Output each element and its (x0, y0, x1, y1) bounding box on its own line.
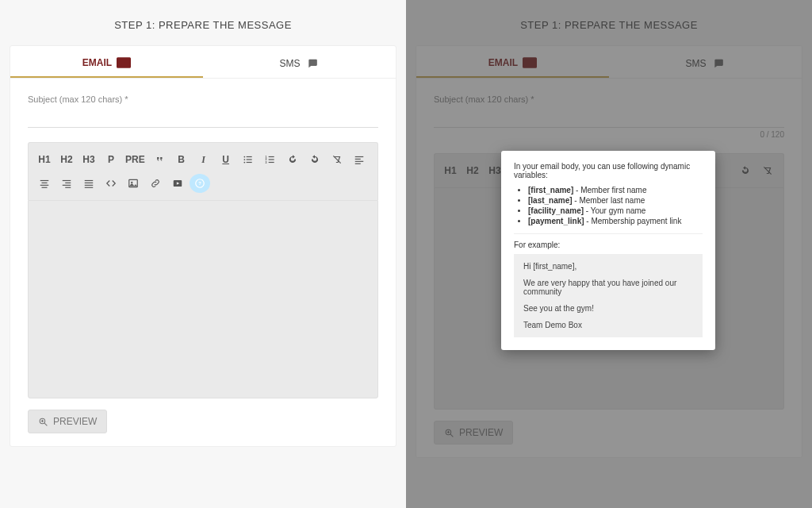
toolbar-undo[interactable] (304, 149, 325, 170)
svg-rect-27 (85, 187, 94, 188)
toolbar-link[interactable] (145, 173, 166, 194)
toolbar-ol[interactable]: 123 (260, 149, 281, 170)
list-ul-icon (243, 154, 254, 165)
var-tag: [last_name] (528, 196, 573, 205)
step-title: STEP 1: PREPARE THE MESSAGE (10, 19, 396, 31)
svg-point-0 (243, 156, 245, 158)
toolbar-code[interactable] (101, 173, 121, 194)
tab-email-label: EMAIL (488, 57, 518, 68)
subject-input[interactable] (434, 109, 784, 128)
toolbar-clear[interactable] (327, 149, 347, 170)
preview-button[interactable]: PREVIEW (28, 410, 107, 433)
align-center-icon (39, 178, 50, 189)
toolbar-italic[interactable]: I (193, 149, 214, 170)
svg-rect-9 (268, 156, 274, 157)
tooltip-var-list: [first_name] - Member first name [last_n… (514, 186, 703, 225)
svg-rect-18 (40, 185, 49, 186)
editor-toolbar: H1 H2 H3 P PRE B I U 123 (28, 142, 378, 200)
var-desc: - Membership payment link (584, 217, 682, 225)
toolbar-h2[interactable]: H2 (462, 160, 483, 181)
svg-rect-11 (268, 162, 274, 163)
example-line: Team Demo Box (523, 321, 693, 329)
step-title: STEP 1: PREPARE THE MESSAGE (416, 19, 802, 31)
toolbar-redo[interactable] (282, 149, 303, 170)
compose-panel-right: STEP 1: PREPARE THE MESSAGE EMAIL SMS Su… (406, 0, 812, 508)
redo-icon (287, 154, 298, 165)
toolbar-h1[interactable]: H1 (34, 149, 55, 170)
svg-line-34 (44, 423, 47, 425)
example-line: Hi [first_name], (523, 262, 693, 271)
svg-rect-23 (65, 187, 71, 188)
toolbar-pre[interactable]: PRE (123, 149, 147, 170)
svg-rect-5 (246, 162, 251, 163)
toolbar-align-justify[interactable] (79, 173, 99, 194)
magnify-icon (38, 417, 48, 427)
svg-rect-13 (354, 159, 360, 160)
svg-point-2 (243, 162, 245, 164)
channel-tabs: EMAIL SMS (416, 46, 802, 79)
quote-icon (154, 154, 165, 165)
subject-label: Subject (max 120 chars) * (28, 94, 378, 104)
toolbar-video[interactable] (167, 173, 188, 194)
svg-rect-14 (354, 161, 363, 162)
svg-line-47 (450, 434, 453, 437)
tab-sms-label: SMS (685, 58, 706, 69)
svg-rect-19 (42, 187, 48, 188)
toolbar-p[interactable]: P (101, 149, 121, 170)
svg-rect-4 (246, 159, 251, 160)
toolbar-h3[interactable]: H3 (79, 149, 99, 170)
svg-rect-12 (354, 156, 363, 157)
svg-rect-24 (85, 180, 94, 181)
tooltip-var-item: [facility_name] - Your gym name (528, 206, 703, 215)
toolbar-align-left[interactable] (349, 149, 370, 170)
editor-content[interactable] (28, 200, 378, 398)
compose-body: Subject (max 120 chars) * H1 H2 H3 P PRE… (10, 79, 396, 446)
help-icon: ? (194, 178, 205, 189)
toolbar-align-center[interactable] (34, 173, 55, 194)
chat-icon (711, 58, 726, 69)
toolbar-h1[interactable]: H1 (440, 160, 461, 181)
align-left-icon (354, 154, 365, 165)
var-desc: - Member first name (573, 186, 646, 194)
clear-format-icon (331, 154, 343, 165)
svg-point-29 (131, 182, 132, 183)
toolbar-quote[interactable] (149, 149, 170, 170)
compose-card: EMAIL SMS Subject (max 120 chars) * H1 H… (10, 45, 396, 447)
variables-tooltip: In your email body, you can use followin… (501, 151, 715, 350)
toolbar-help[interactable]: ? (190, 174, 210, 193)
tab-email[interactable]: EMAIL (10, 46, 203, 78)
toolbar-underline[interactable]: U (216, 149, 236, 170)
tab-sms[interactable]: SMS (609, 46, 802, 78)
toolbar-ul[interactable] (238, 149, 259, 170)
chat-icon (305, 58, 320, 69)
toolbar-bold[interactable]: B (171, 149, 192, 170)
toolbar-align-right[interactable] (56, 173, 77, 194)
undo-icon (309, 154, 320, 165)
tooltip-var-item: [first_name] - Member first name (528, 186, 703, 194)
tab-email[interactable]: EMAIL (416, 46, 609, 78)
toolbar-clear[interactable] (757, 160, 778, 181)
toolbar-undo[interactable] (735, 160, 756, 181)
align-justify-icon (83, 178, 94, 189)
preview-button[interactable]: PREVIEW (434, 421, 513, 444)
subject-label: Subject (max 120 chars) * (434, 94, 784, 104)
tooltip-lead: In your email body, you can use followin… (514, 162, 703, 179)
var-tag: [payment_link] (528, 217, 584, 225)
channel-tabs: EMAIL SMS (10, 46, 396, 79)
subject-input[interactable] (28, 109, 378, 128)
undo-icon (740, 165, 751, 176)
svg-rect-22 (63, 185, 71, 186)
svg-rect-3 (246, 156, 251, 157)
toolbar-image[interactable] (123, 173, 144, 194)
align-right-icon (61, 178, 72, 189)
toolbar-h2[interactable]: H2 (56, 149, 77, 170)
tooltip-var-item: [last_name] - Member last name (528, 196, 703, 205)
envelope-icon (523, 57, 537, 68)
image-icon (128, 178, 139, 189)
svg-text:3: 3 (265, 161, 266, 164)
clear-format-icon (762, 165, 773, 176)
svg-text:?: ? (198, 181, 201, 186)
tab-sms[interactable]: SMS (203, 46, 396, 78)
tooltip-example-label: For example: (514, 241, 703, 249)
tooltip-var-item: [payment_link] - Membership payment link (528, 217, 703, 225)
